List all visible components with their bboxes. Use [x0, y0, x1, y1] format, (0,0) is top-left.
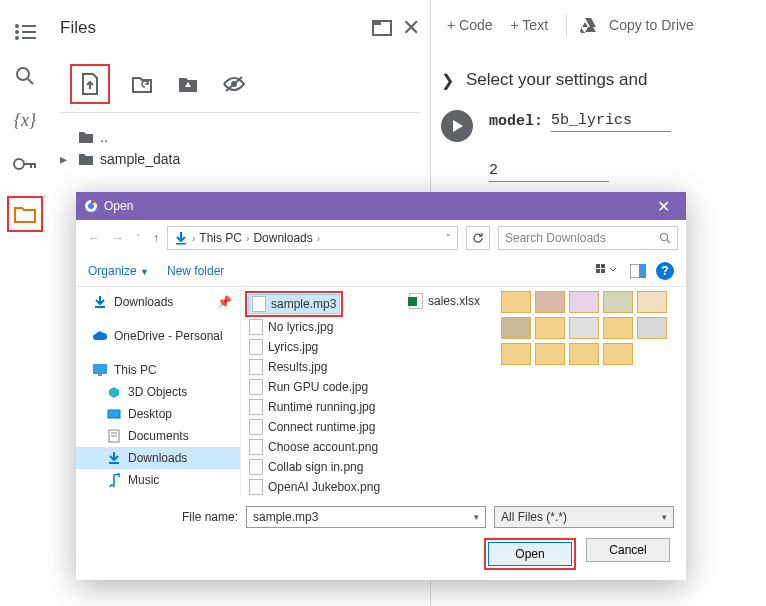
nav-documents[interactable]: Documents [76, 425, 240, 447]
tree-sample-data[interactable]: ▸ sample_data [60, 148, 420, 170]
nav-this-pc[interactable]: This PC [76, 359, 240, 381]
chrome-icon [84, 199, 98, 213]
new-window-icon[interactable] [372, 20, 392, 36]
run-button[interactable] [441, 110, 473, 142]
nav-3d-objects[interactable]: 3D Objects [76, 381, 240, 403]
filename-label: File name: [88, 510, 238, 524]
nav-downloads-quick[interactable]: Downloads 📌 [76, 291, 240, 313]
list-item[interactable]: Results.jpg [245, 357, 405, 377]
folder-thumb[interactable] [569, 291, 599, 313]
svg-rect-3 [22, 31, 36, 33]
tree-parent[interactable]: .. [60, 126, 420, 148]
list-item[interactable]: Run GPU code.jpg [245, 377, 405, 397]
dialog-title: Open [104, 199, 649, 213]
folder-thumb[interactable] [535, 291, 565, 313]
folder-thumb[interactable] [501, 343, 531, 365]
search-placeholder: Search Downloads [505, 231, 659, 245]
svg-rect-26 [639, 264, 646, 278]
search-small-icon [659, 232, 671, 244]
open-highlight: Open [484, 538, 576, 570]
thumb-col [495, 291, 682, 492]
refresh-button[interactable] [466, 226, 490, 250]
new-folder-button[interactable]: New folder [167, 264, 224, 278]
folder-thumb[interactable] [501, 291, 531, 313]
refresh-icon[interactable] [128, 70, 156, 98]
chevron-right-icon[interactable]: ❯ [441, 71, 454, 90]
svg-point-0 [15, 24, 19, 28]
svg-point-8 [14, 159, 24, 169]
svg-rect-5 [22, 37, 36, 39]
down-arrow-icon [174, 231, 188, 245]
folder-thumb[interactable] [569, 343, 599, 365]
list-item[interactable]: Runtime running.jpg [245, 397, 405, 417]
path-root[interactable]: This PC [199, 231, 242, 245]
top-toolbar: + Code + Text Copy to Drive [430, 0, 766, 50]
separator [566, 13, 567, 37]
nav-downloads[interactable]: Downloads [76, 447, 240, 469]
folder-thumb[interactable] [501, 317, 531, 339]
nav-music[interactable]: Music [76, 469, 240, 491]
toc-icon[interactable] [13, 20, 37, 44]
list-item[interactable]: Lyrics.jpg [245, 337, 405, 357]
open-dialog: Open ✕ ← → ˅ ↑ › This PC › Downloads › ˅… [76, 192, 686, 580]
folder-thumb[interactable] [535, 343, 565, 365]
list-item[interactable]: Choose account.png [245, 437, 405, 457]
mount-drive-icon[interactable] [174, 70, 202, 98]
svg-rect-30 [98, 374, 102, 376]
svg-point-17 [88, 203, 94, 209]
list-item[interactable]: Collab sign in.png [245, 457, 405, 477]
cancel-button[interactable]: Cancel [586, 538, 670, 562]
file-sales-xlsx[interactable]: sales.xlsx [405, 291, 495, 311]
add-text-button[interactable]: + Text [505, 13, 555, 37]
view-icon[interactable] [596, 264, 620, 278]
folder-label: sample_data [100, 151, 180, 167]
add-code-button[interactable]: + Code [441, 13, 499, 37]
field2-value[interactable]: 2 [489, 160, 609, 182]
parent-label: .. [100, 129, 108, 145]
svg-rect-23 [596, 269, 600, 273]
folder-thumb[interactable] [569, 317, 599, 339]
dialog-toolbar: Organize ▼ New folder ? [76, 256, 686, 287]
svg-rect-27 [95, 306, 105, 308]
secrets-icon[interactable] [13, 152, 37, 176]
breadcrumb[interactable]: › This PC › Downloads › ˅ [167, 226, 458, 250]
list-item[interactable]: No lyrics.jpg [245, 317, 405, 337]
nav-desktop[interactable]: Desktop [76, 403, 240, 425]
file-sample-mp3[interactable]: sample.mp3 [248, 294, 340, 314]
organize-button[interactable]: Organize ▼ [88, 264, 149, 278]
folder-thumb[interactable] [603, 317, 633, 339]
svg-rect-1 [22, 25, 36, 27]
nav-onedrive[interactable]: OneDrive - Personal [76, 325, 240, 347]
dialog-close-button[interactable]: ✕ [649, 197, 678, 216]
preview-icon[interactable] [630, 264, 646, 278]
svg-point-6 [17, 68, 29, 80]
hide-icon[interactable] [220, 70, 248, 98]
search-box[interactable]: Search Downloads [498, 226, 678, 250]
path-folder[interactable]: Downloads [253, 231, 312, 245]
folder-thumb[interactable] [603, 343, 633, 365]
filename-input[interactable]: sample.mp3▾ [246, 506, 486, 528]
upload-highlight [70, 64, 110, 104]
back-button[interactable]: ← [84, 231, 104, 245]
folder-thumb[interactable] [603, 291, 633, 313]
close-icon[interactable]: ✕ [402, 15, 420, 41]
folder-icon[interactable] [13, 202, 37, 226]
variables-icon[interactable]: {x} [13, 108, 37, 132]
list-item[interactable]: OpenAI Jukebox.png [245, 477, 405, 496]
folder-thumb[interactable] [637, 317, 667, 339]
open-button[interactable]: Open [488, 542, 572, 566]
list-item[interactable]: Connect runtime.jpg [245, 417, 405, 437]
filetype-select[interactable]: All Files (*.*)▾ [494, 506, 674, 528]
button-row: Open Cancel [88, 538, 674, 570]
folder-thumb[interactable] [637, 291, 667, 313]
recent-dropdown[interactable]: ˅ [132, 233, 145, 243]
copy-to-drive-button[interactable]: Copy to Drive [603, 13, 700, 37]
up-button[interactable]: ↑ [149, 231, 163, 245]
upload-icon[interactable] [76, 70, 104, 98]
left-icon-bar: {x} [0, 0, 50, 606]
expand-arrow[interactable]: ▸ [60, 151, 72, 167]
folder-thumb[interactable] [535, 317, 565, 339]
help-icon[interactable]: ? [656, 262, 674, 280]
search-icon[interactable] [13, 64, 37, 88]
model-value[interactable]: 5b_lyrics [551, 110, 671, 132]
